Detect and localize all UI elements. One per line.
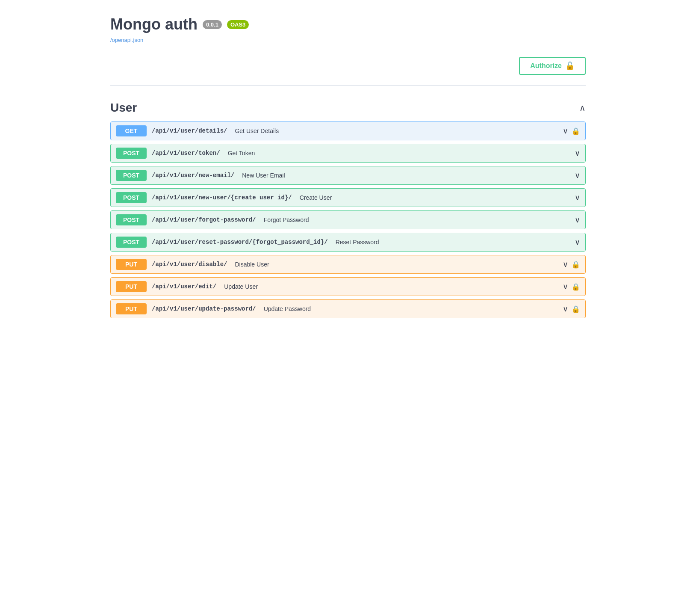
endpoint-lock-icon: 🔒 (572, 305, 580, 313)
section-title: User (110, 101, 137, 115)
method-badge-post: POST (116, 214, 147, 225)
endpoint-path: /api/v1/user/disable/ (152, 261, 227, 268)
endpoint-row[interactable]: POST/api/v1/user/new-email/New User Emai… (110, 166, 586, 185)
endpoints-list: GET/api/v1/user/details/Get User Details… (110, 121, 586, 318)
endpoint-description: Update Password (264, 305, 311, 312)
endpoint-actions: ∨🔒 (563, 282, 580, 291)
endpoint-chevron-icon[interactable]: ∨ (575, 171, 580, 180)
endpoint-lock-icon: 🔒 (572, 283, 580, 291)
version-badge: 0.0.1 (203, 20, 222, 29)
section-divider (110, 85, 586, 86)
endpoint-path: /api/v1/user/forgot-password/ (152, 216, 256, 223)
openapi-link[interactable]: /openapi.json (110, 37, 586, 43)
endpoint-actions: ∨ (575, 171, 580, 180)
section-collapse-icon[interactable]: ∧ (579, 103, 586, 113)
endpoint-chevron-icon[interactable]: ∨ (563, 304, 568, 314)
app-header: Mongo auth 0.0.1 OAS3 (110, 9, 586, 35)
authorize-row: Authorize 🔓 (110, 47, 586, 82)
endpoint-actions: ∨ (575, 193, 580, 202)
endpoint-row[interactable]: POST/api/v1/user/token/Get Token∨ (110, 144, 586, 163)
method-badge-post: POST (116, 148, 147, 159)
endpoint-path: /api/v1/user/new-email/ (152, 172, 234, 179)
endpoint-description: Get Token (228, 150, 255, 157)
oas-badge: OAS3 (227, 20, 249, 29)
endpoint-path: /api/v1/user/details/ (152, 127, 227, 134)
endpoint-row[interactable]: POST/api/v1/user/reset-password/{forgot_… (110, 233, 586, 252)
method-badge-get: GET (116, 125, 147, 136)
endpoint-actions: ∨ (575, 148, 580, 158)
endpoint-chevron-icon[interactable]: ∨ (575, 148, 580, 158)
endpoint-path: /api/v1/user/new-user/{create_user_id}/ (152, 194, 292, 201)
endpoint-path: /api/v1/user/edit/ (152, 283, 216, 290)
method-badge-post: POST (116, 237, 147, 248)
endpoint-actions: ∨ (575, 237, 580, 247)
app-title: Mongo auth (110, 15, 198, 33)
endpoint-chevron-icon[interactable]: ∨ (575, 193, 580, 202)
endpoint-chevron-icon[interactable]: ∨ (563, 126, 568, 136)
endpoint-description: Disable User (235, 261, 269, 268)
endpoint-description: Forgot Password (264, 216, 309, 223)
endpoint-chevron-icon[interactable]: ∨ (575, 237, 580, 247)
method-badge-put: PUT (116, 281, 147, 292)
endpoint-chevron-icon[interactable]: ∨ (575, 215, 580, 225)
method-badge-put: PUT (116, 259, 147, 270)
endpoint-chevron-icon[interactable]: ∨ (563, 282, 568, 291)
lock-icon: 🔓 (565, 61, 575, 71)
endpoint-actions: ∨🔒 (563, 304, 580, 314)
method-badge-post: POST (116, 192, 147, 203)
endpoint-description: Reset Password (336, 239, 379, 246)
authorize-label: Authorize (530, 62, 562, 70)
endpoint-row[interactable]: PUT/api/v1/user/edit/Update User∨🔒 (110, 277, 586, 296)
endpoint-lock-icon: 🔒 (572, 127, 580, 135)
endpoint-path: /api/v1/user/update-password/ (152, 305, 256, 312)
method-badge-post: POST (116, 170, 147, 181)
endpoint-row[interactable]: PUT/api/v1/user/update-password/Update P… (110, 299, 586, 318)
endpoint-row[interactable]: POST/api/v1/user/forgot-password/Forgot … (110, 210, 586, 229)
method-badge-put: PUT (116, 303, 147, 314)
user-section-header: User ∧ (110, 96, 586, 121)
endpoint-description: New User Email (242, 172, 285, 179)
endpoint-row[interactable]: PUT/api/v1/user/disable/Disable User∨🔒 (110, 255, 586, 274)
endpoint-lock-icon: 🔒 (572, 261, 580, 269)
endpoint-description: Update User (224, 283, 258, 290)
authorize-button[interactable]: Authorize 🔓 (519, 57, 586, 75)
endpoint-actions: ∨ (575, 215, 580, 225)
endpoint-description: Create User (300, 194, 332, 201)
endpoint-chevron-icon[interactable]: ∨ (563, 260, 568, 269)
endpoint-row[interactable]: GET/api/v1/user/details/Get User Details… (110, 121, 586, 140)
endpoint-path: /api/v1/user/reset-password/{forgot_pass… (152, 239, 328, 246)
endpoint-actions: ∨🔒 (563, 126, 580, 136)
endpoint-row[interactable]: POST/api/v1/user/new-user/{create_user_i… (110, 188, 586, 207)
endpoint-description: Get User Details (235, 127, 279, 134)
endpoint-actions: ∨🔒 (563, 260, 580, 269)
endpoint-path: /api/v1/user/token/ (152, 150, 220, 157)
